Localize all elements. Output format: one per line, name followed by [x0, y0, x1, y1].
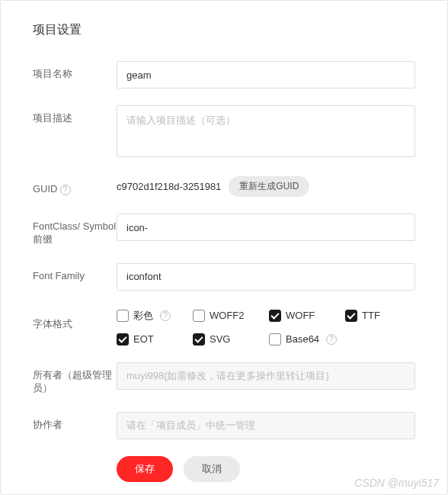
- format-checkbox-ttf[interactable]: TTF: [345, 309, 415, 323]
- row-owner: 所有者（超级管理员）: [33, 362, 415, 395]
- format-checkbox-eot[interactable]: EOT: [117, 333, 187, 346]
- label-prefix: FontClass/ Symbol 前缀: [33, 214, 117, 246]
- checkbox-icon: [117, 333, 129, 346]
- row-desc: 项目描述: [33, 105, 415, 159]
- checkbox-icon: [193, 333, 205, 346]
- regen-guid-button[interactable]: 重新生成GUID: [229, 176, 309, 197]
- checkbox-label: Base64: [286, 333, 319, 345]
- desc-textarea[interactable]: [117, 105, 415, 157]
- format-checkbox-base64[interactable]: Base64?: [269, 333, 339, 346]
- dialog-actions: 保存 取消: [117, 456, 415, 482]
- label-family: Font Family: [33, 263, 117, 283]
- cancel-button[interactable]: 取消: [184, 456, 240, 482]
- help-icon[interactable]: ?: [60, 185, 71, 195]
- format-checkbox-woff2[interactable]: WOFF2: [193, 309, 263, 323]
- row-family: Font Family: [33, 263, 415, 291]
- row-collab: 协作者: [33, 412, 415, 439]
- row-formats: 字体格式 彩色?WOFF2WOFFTTFEOTSVGBase64?: [33, 307, 415, 346]
- project-settings-dialog: 项目设置 项目名称 项目描述 GUID? c9702d1f218d-325198…: [0, 0, 448, 495]
- owner-input: [117, 362, 415, 390]
- collab-input: [117, 412, 415, 439]
- formats-grid: 彩色?WOFF2WOFFTTFEOTSVGBase64?: [117, 307, 415, 346]
- row-prefix: FontClass/ Symbol 前缀: [33, 214, 415, 246]
- dialog-title: 项目设置: [33, 22, 415, 38]
- checkbox-icon: [269, 333, 281, 346]
- row-name: 项目名称: [33, 61, 415, 88]
- family-input[interactable]: [117, 263, 415, 291]
- checkbox-label: 彩色: [133, 309, 153, 323]
- checkbox-icon: [269, 310, 281, 322]
- save-button[interactable]: 保存: [117, 456, 173, 482]
- format-checkbox-woff[interactable]: WOFF: [269, 309, 339, 323]
- label-owner: 所有者（超级管理员）: [33, 362, 117, 395]
- prefix-input[interactable]: [117, 214, 415, 241]
- checkbox-label: SVG: [210, 333, 230, 345]
- checkbox-label: TTF: [362, 310, 380, 321]
- name-input[interactable]: [117, 61, 415, 88]
- checkbox-label: EOT: [133, 333, 154, 345]
- label-formats: 字体格式: [33, 307, 117, 331]
- checkbox-label: WOFF: [286, 310, 315, 321]
- label-desc: 项目描述: [33, 105, 117, 125]
- checkbox-icon: [193, 310, 205, 322]
- checkbox-icon: [117, 310, 129, 322]
- guid-value: c9702d1f218d-3251981: [117, 181, 221, 192]
- help-icon[interactable]: ?: [326, 334, 337, 345]
- help-icon[interactable]: ?: [160, 310, 171, 321]
- checkbox-label: WOFF2: [210, 310, 245, 321]
- format-checkbox-svg[interactable]: SVG: [193, 333, 263, 346]
- label-name: 项目名称: [33, 61, 117, 81]
- label-collab: 协作者: [33, 412, 117, 432]
- row-guid: GUID? c9702d1f218d-3251981 重新生成GUID: [33, 176, 415, 197]
- checkbox-icon: [345, 310, 357, 322]
- label-guid: GUID?: [33, 176, 117, 196]
- format-checkbox-彩色[interactable]: 彩色?: [117, 309, 187, 323]
